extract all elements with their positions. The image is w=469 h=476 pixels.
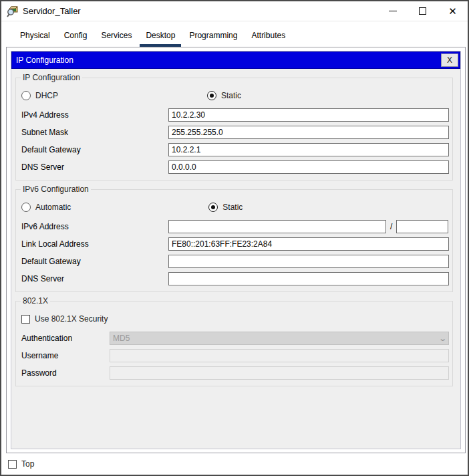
subnet-mask-input[interactable] [168, 126, 449, 139]
maximize-icon [419, 7, 426, 15]
authentication-value: MD5 [113, 334, 130, 343]
tab-config[interactable]: Config [58, 28, 94, 47]
ipv6-configuration-legend: IPv6 Configuration [21, 185, 91, 194]
default-gateway-input[interactable] [168, 143, 449, 156]
username-label: Username [21, 351, 110, 360]
ipv4-address-label: IPv4 Address [21, 110, 168, 120]
top-checkbox-label: Top [21, 459, 34, 469]
link-local-address-label: Link Local Address [21, 239, 168, 249]
window-title: Servidor_Taller [23, 6, 81, 16]
dialog-title: IP Configuration [16, 55, 73, 65]
ip-configuration-legend: IP Configuration [21, 73, 82, 82]
automatic-radio[interactable]: Automatic [21, 203, 71, 212]
username-input [110, 349, 449, 362]
ipv6-default-gateway-label: Default Gateway [21, 257, 168, 266]
static-radio-ipv6-label: Static [222, 203, 243, 212]
chevron-down-icon: ⌄ [438, 335, 447, 342]
footer-bar: Top [8, 457, 34, 471]
minimize-icon [389, 11, 397, 11]
device-window: Servidor_Taller ✕ Physical Config Servic… [0, 0, 469, 476]
ipv6-dns-server-input[interactable] [168, 272, 449, 285]
close-button[interactable]: ✕ [438, 1, 468, 21]
checkbox-box-icon [21, 315, 30, 324]
ip-configuration-group: IP Configuration DHCP Static IPv4 Addres… [15, 73, 453, 181]
dhcp-radio[interactable]: DHCP [21, 91, 58, 100]
default-gateway-label: Default Gateway [21, 145, 168, 154]
dialog-close-button[interactable]: X [441, 53, 458, 67]
static-radio-label: Static [221, 91, 241, 100]
tab-services[interactable]: Services [95, 28, 138, 47]
checkbox-box-icon [8, 460, 17, 469]
static-radio-ipv6[interactable]: Static [208, 203, 243, 212]
password-input [110, 366, 449, 380]
tab-bar: Physical Config Services Desktop Program… [6, 28, 293, 47]
static-radio-ipv4[interactable]: Static [207, 91, 241, 100]
ipv6-prefix-separator: / [390, 222, 392, 231]
use-8021x-security-checkbox[interactable]: Use 802.1X Security [21, 314, 108, 324]
ipv6-address-input[interactable] [168, 220, 386, 233]
minimize-button[interactable] [377, 1, 408, 21]
dhcp-radio-label: DHCP [35, 91, 58, 100]
top-checkbox[interactable]: Top [8, 459, 34, 469]
ipv6-configuration-group: IPv6 Configuration Automatic Static IPv6… [15, 185, 453, 292]
authentication-dropdown: MD5 ⌄ [110, 332, 449, 345]
radio-circle-icon [21, 203, 31, 212]
radio-circle-icon [207, 91, 216, 100]
app-icon [7, 5, 19, 17]
radio-circle-icon [21, 91, 31, 100]
ipv6-default-gateway-input[interactable] [168, 255, 449, 268]
link-local-address-input[interactable] [168, 237, 449, 251]
use-8021x-security-label: Use 802.1X Security [35, 314, 108, 324]
radio-circle-icon [208, 203, 218, 212]
tab-physical[interactable]: Physical [14, 28, 56, 47]
tab-programming[interactable]: Programming [183, 28, 243, 47]
authentication-label: Authentication [21, 334, 110, 343]
ipv6-address-label: IPv6 Address [21, 222, 168, 231]
ipv6-prefix-input[interactable] [396, 220, 448, 233]
tab-desktop[interactable]: Desktop [140, 28, 181, 47]
automatic-radio-label: Automatic [35, 203, 71, 212]
dialog-titlebar: IP Configuration X [11, 51, 460, 69]
ip-configuration-dialog: IP Configuration X IP Configuration DHCP… [11, 51, 461, 449]
maximize-button[interactable] [408, 1, 438, 21]
close-icon: ✕ [448, 6, 457, 16]
window-titlebar: Servidor_Taller ✕ [1, 1, 468, 21]
dns-server-label: DNS Server [21, 162, 168, 172]
ipv4-address-input[interactable] [168, 108, 449, 122]
password-label: Password [21, 368, 110, 378]
dot1x-legend: 802.1X [21, 296, 50, 306]
dot1x-group: 802.1X Use 802.1X Security Authenticatio… [15, 296, 453, 386]
desktop-tab-panel: IP Configuration X IP Configuration DHCP… [6, 47, 466, 453]
subnet-mask-label: Subnet Mask [21, 128, 168, 137]
tab-attributes[interactable]: Attributes [245, 28, 291, 47]
ipv6-dns-server-label: DNS Server [21, 274, 168, 283]
dns-server-input[interactable] [168, 160, 449, 174]
